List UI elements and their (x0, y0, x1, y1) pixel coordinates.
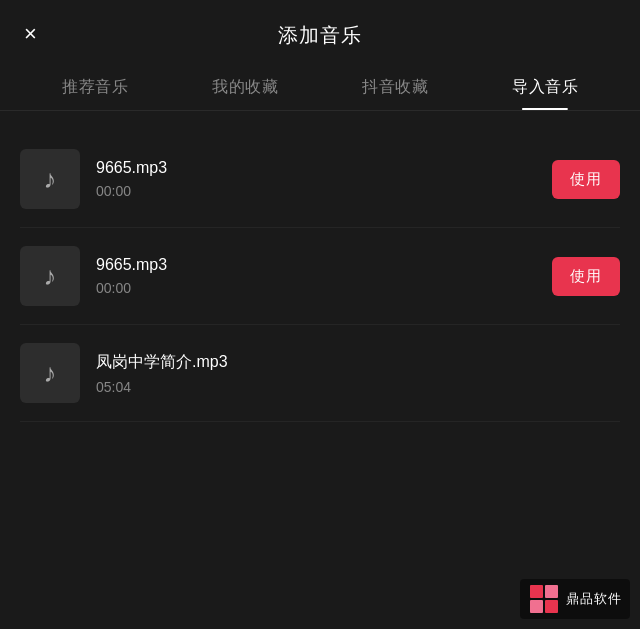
tab-import[interactable]: 导入音乐 (512, 77, 578, 110)
watermark: 鼎品软件 (520, 579, 630, 619)
music-note-icon-3: ♪ (44, 358, 57, 389)
tab-recommend[interactable]: 推荐音乐 (62, 77, 128, 110)
tabs-bar: 推荐音乐 我的收藏 抖音收藏 导入音乐 (0, 67, 640, 111)
music-item-3: ♪ 凤岗中学简介.mp3 05:04 (20, 325, 620, 422)
watermark-label: 鼎品软件 (566, 590, 622, 608)
music-info-2: 9665.mp3 00:00 (96, 256, 552, 296)
music-duration-2: 00:00 (96, 280, 552, 296)
tab-my-collection[interactable]: 我的收藏 (212, 77, 278, 110)
header: × 添加音乐 (0, 0, 640, 67)
music-note-icon-2: ♪ (44, 261, 57, 292)
header-title: 添加音乐 (278, 22, 362, 49)
tab-douyin-collection[interactable]: 抖音收藏 (362, 77, 428, 110)
music-thumb-3: ♪ (20, 343, 80, 403)
music-info-1: 9665.mp3 00:00 (96, 159, 552, 199)
music-thumb-2: ♪ (20, 246, 80, 306)
close-button[interactable]: × (24, 23, 37, 45)
use-button-2[interactable]: 使用 (552, 257, 620, 296)
music-thumb-1: ♪ (20, 149, 80, 209)
music-item-1: ♪ 9665.mp3 00:00 使用 (20, 131, 620, 228)
use-button-1[interactable]: 使用 (552, 160, 620, 199)
music-duration-1: 00:00 (96, 183, 552, 199)
music-info-3: 凤岗中学简介.mp3 05:04 (96, 352, 620, 395)
music-item-2: ♪ 9665.mp3 00:00 使用 (20, 228, 620, 325)
music-name-1: 9665.mp3 (96, 159, 552, 177)
watermark-logo (528, 583, 560, 615)
music-note-icon: ♪ (44, 164, 57, 195)
music-name-3: 凤岗中学简介.mp3 (96, 352, 620, 373)
music-name-2: 9665.mp3 (96, 256, 552, 274)
music-list: ♪ 9665.mp3 00:00 使用 ♪ 9665.mp3 00:00 使用 … (0, 111, 640, 422)
music-duration-3: 05:04 (96, 379, 620, 395)
